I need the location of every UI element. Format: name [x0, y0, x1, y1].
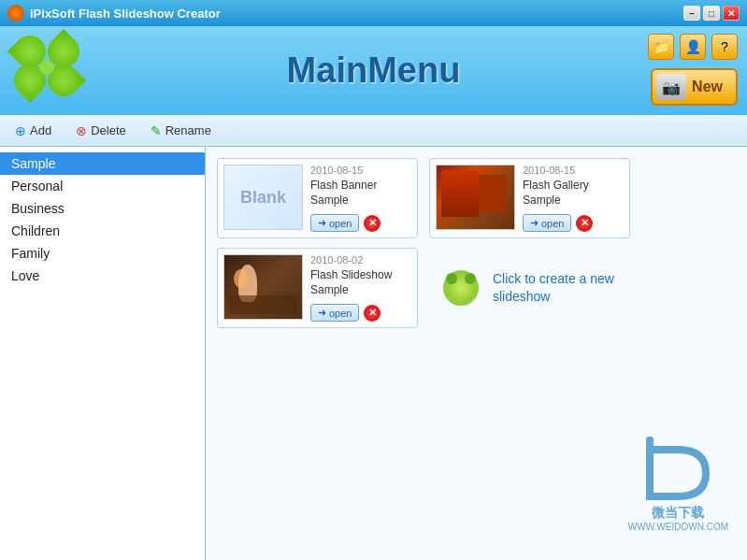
create-new-label: Click to create a new slideshow [493, 270, 621, 307]
open-button-flash-slideshow[interactable]: ➜ open [310, 304, 359, 322]
help-icon-button[interactable]: ? [711, 34, 738, 60]
watermark-url: WWW.WEIDOWN.COM [628, 522, 728, 532]
project-date-flash-gallery: 2010-08-15 [523, 165, 624, 176]
sidebar-item-children[interactable]: Children [0, 220, 205, 242]
title-bar-title: iPixSoft Flash Slideshow Creator [30, 7, 221, 21]
delete-label: Delete [91, 123, 126, 137]
sidebar-item-sample[interactable]: Sample [0, 152, 205, 175]
sidebar-item-business[interactable]: Business [0, 197, 205, 220]
maximize-button[interactable]: □ [703, 6, 720, 21]
blank-thumb: Blank [224, 165, 302, 229]
project-info-flash-slideshow: 2010-08-02 Flash Slideshow Sample ➜ open… [310, 254, 411, 322]
project-name-flash-banner: Flash Banner Sample [310, 179, 411, 208]
title-bar-controls: – □ ✕ [683, 6, 740, 21]
project-date-flash-banner: 2010-08-15 [310, 165, 411, 176]
project-name-flash-gallery: Flash Gallery Sample [523, 179, 624, 208]
clover-logo [9, 31, 84, 106]
open-label-flash-gallery: open [541, 218, 564, 229]
project-card-flash-gallery: 2010-08-15 Flash Gallery Sample ➜ open ✕ [429, 158, 630, 238]
minimize-button[interactable]: – [683, 6, 700, 21]
project-row-1: Blank 2010-08-15 Flash Banner Sample ➜ o… [217, 158, 736, 238]
project-info-flash-gallery: 2010-08-15 Flash Gallery Sample ➜ open ✕ [523, 165, 624, 232]
new-button-label: New [692, 79, 723, 95]
project-row-2: 2010-08-02 Flash Slideshow Sample ➜ open… [217, 248, 736, 328]
main-content: Sample Personal Business Children Family… [0, 147, 747, 560]
project-thumb-flash-banner: Blank [223, 165, 303, 230]
project-name-flash-slideshow: Flash Slideshow Sample [310, 268, 411, 297]
watermark: 微当下载 WWW.WEIDOWN.COM [628, 436, 728, 532]
delete-button-flash-banner[interactable]: ✕ [364, 215, 381, 232]
project-info-flash-banner: 2010-08-15 Flash Banner Sample ➜ open ✕ [310, 165, 411, 232]
user-icon-button[interactable]: 👤 [680, 34, 706, 60]
camera-icon: 📷 [656, 74, 686, 100]
open-label-flash-banner: open [329, 218, 352, 229]
project-thumb-flash-gallery [436, 165, 515, 230]
open-label-flash-slideshow: open [329, 308, 352, 319]
open-button-flash-gallery[interactable]: ➜ open [523, 214, 571, 232]
sidebar-item-family[interactable]: Family [0, 242, 205, 265]
project-actions-flash-gallery: ➜ open ✕ [523, 214, 624, 232]
open-button-flash-banner[interactable]: ➜ open [310, 214, 359, 232]
app-logo [9, 31, 84, 106]
project-card-flash-slideshow: 2010-08-02 Flash Slideshow Sample ➜ open… [217, 248, 418, 328]
watermark-site: 微当下载 [628, 505, 728, 522]
clover-center [39, 60, 54, 75]
sidebar: Sample Personal Business Children Family… [0, 147, 206, 560]
create-icon [438, 266, 483, 310]
new-button[interactable]: 📷 New [651, 68, 738, 106]
project-card-flash-banner: Blank 2010-08-15 Flash Banner Sample ➜ o… [217, 158, 418, 238]
project-actions-flash-slideshow: ➜ open ✕ [310, 304, 411, 322]
app-icon [7, 5, 24, 22]
title-bar-left: iPixSoft Flash Slideshow Creator [7, 5, 221, 22]
add-icon: ⊕ [15, 123, 26, 138]
project-date-flash-slideshow: 2010-08-02 [310, 254, 411, 266]
delete-icon: ⊗ [76, 123, 87, 138]
header: MainMenu 📁 👤 ? 📷 New [0, 26, 747, 115]
watermark-logo [640, 436, 715, 501]
delete-button-flash-gallery[interactable]: ✕ [576, 215, 593, 232]
rename-label: Rename [165, 123, 211, 137]
delete-button-flash-slideshow[interactable]: ✕ [364, 305, 381, 322]
create-new-card[interactable]: Click to create a new slideshow [429, 248, 630, 328]
rename-button[interactable]: ✎ Rename [145, 122, 217, 140]
add-button[interactable]: ⊕ Add [9, 122, 57, 140]
open-arrow-icon-3: ➜ [318, 307, 326, 319]
rename-icon: ✎ [151, 123, 162, 138]
toolbar: ⊕ Add ⊗ Delete ✎ Rename [0, 115, 747, 147]
add-label: Add [30, 123, 51, 137]
header-right: 📁 👤 ? [648, 34, 738, 60]
title-bar: iPixSoft Flash Slideshow Creator – □ ✕ [0, 0, 747, 26]
project-actions-flash-banner: ➜ open ✕ [310, 214, 411, 232]
photo1-thumb [437, 165, 514, 229]
open-arrow-icon-2: ➜ [530, 217, 539, 229]
close-button[interactable]: ✕ [723, 6, 740, 21]
delete-button[interactable]: ⊗ Delete [70, 122, 132, 140]
main-menu-title: MainMenu [287, 50, 461, 91]
folder-icon-button[interactable]: 📁 [648, 34, 674, 60]
open-arrow-icon: ➜ [318, 217, 326, 229]
sidebar-item-personal[interactable]: Personal [0, 175, 205, 197]
content-wrapper: Blank 2010-08-15 Flash Banner Sample ➜ o… [206, 147, 747, 560]
project-thumb-flash-slideshow [223, 254, 303, 320]
sidebar-item-love[interactable]: Love [0, 265, 205, 287]
